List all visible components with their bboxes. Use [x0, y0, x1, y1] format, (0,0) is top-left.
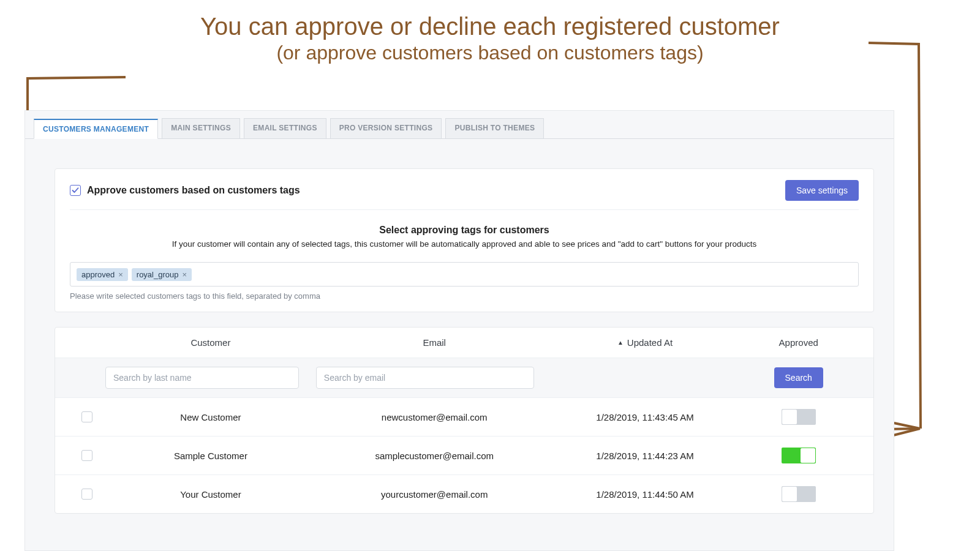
- table-filters: Search: [55, 358, 873, 398]
- tags-heading: Select approving tags for customers: [70, 225, 859, 236]
- cell-customer: Your Customer: [105, 489, 316, 500]
- tab-publish-to-themes[interactable]: PUBLISH TO THEMES: [445, 118, 544, 138]
- approve-by-tags-option[interactable]: Approve customers based on customers tag…: [70, 185, 300, 196]
- customers-table: Customer Email ▲ Updated At Approved Sea…: [55, 327, 874, 514]
- cell-email: samplecustomer@email.com: [316, 451, 553, 461]
- annotation-line1: You can approve or decline each register…: [0, 12, 980, 40]
- tags-instructions: Select approving tags for customers If y…: [70, 225, 859, 249]
- table-row: Sample Customersamplecustomer@email.com1…: [55, 437, 873, 475]
- approved-toggle[interactable]: [782, 486, 816, 502]
- tags-hint: Please write selected customers tags to …: [70, 291, 859, 301]
- tag-remove-icon[interactable]: ×: [118, 270, 123, 279]
- approved-toggle[interactable]: [782, 448, 816, 463]
- save-settings-button[interactable]: Save settings: [785, 180, 859, 201]
- col-approved[interactable]: Approved: [737, 337, 860, 348]
- tag-label: royal_group: [137, 270, 179, 279]
- search-button[interactable]: Search: [774, 367, 823, 388]
- cell-updated: 1/28/2019, 11:43:45 AM: [553, 412, 737, 422]
- row-checkbox[interactable]: [81, 411, 92, 422]
- cell-email: yourcustomer@email.com: [316, 489, 553, 500]
- tab-email-settings[interactable]: EMAIL SETTINGS: [244, 118, 326, 138]
- tab-bar: CUSTOMERS MANAGEMENTMAIN SETTINGSEMAIL S…: [25, 111, 894, 139]
- tab-pro-version-settings[interactable]: PRO VERSION SETTINGS: [330, 118, 442, 138]
- tag-chip[interactable]: approved×: [77, 268, 128, 281]
- tab-main-settings[interactable]: MAIN SETTINGS: [162, 118, 240, 138]
- table-row: New Customernewcustomer@email.com1/28/20…: [55, 398, 873, 437]
- filter-name-input[interactable]: [105, 367, 299, 389]
- row-checkbox[interactable]: [81, 450, 92, 461]
- tag-chip[interactable]: royal_group×: [132, 268, 192, 281]
- tab-customers-management[interactable]: CUSTOMERS MANAGEMENT: [34, 119, 158, 139]
- table-header: Customer Email ▲ Updated At Approved: [55, 328, 873, 358]
- col-email[interactable]: Email: [316, 337, 553, 348]
- admin-panel: CUSTOMERS MANAGEMENTMAIN SETTINGSEMAIL S…: [24, 110, 894, 551]
- checkbox-checked-icon[interactable]: [70, 185, 81, 196]
- tags-input[interactable]: approved×royal_group×: [70, 262, 859, 287]
- annotation-callout: You can approve or decline each register…: [0, 12, 980, 64]
- row-checkbox[interactable]: [81, 489, 92, 500]
- cell-updated: 1/28/2019, 11:44:50 AM: [553, 489, 737, 500]
- table-row: Your Customeryourcustomer@email.com1/28/…: [55, 475, 873, 513]
- settings-header-row: Approve customers based on customers tag…: [70, 180, 859, 210]
- col-updated-at[interactable]: ▲ Updated At: [553, 337, 737, 348]
- cell-email: newcustomer@email.com: [316, 412, 553, 422]
- cell-updated: 1/28/2019, 11:44:23 AM: [553, 451, 737, 461]
- cell-customer: New Customer: [105, 412, 316, 422]
- tag-remove-icon[interactable]: ×: [182, 270, 187, 279]
- tag-label: approved: [81, 270, 115, 279]
- sort-asc-icon: ▲: [617, 339, 624, 346]
- tags-description: If your customer will contain any of sel…: [70, 239, 859, 249]
- col-customer[interactable]: Customer: [105, 337, 316, 348]
- approved-toggle[interactable]: [782, 409, 816, 425]
- settings-card: Approve customers based on customers tag…: [55, 168, 874, 312]
- annotation-line2: (or approve customers based on customers…: [0, 42, 980, 64]
- approve-by-tags-label: Approve customers based on customers tag…: [87, 185, 300, 196]
- filter-email-input[interactable]: [316, 367, 534, 389]
- cell-customer: Sample Customer: [105, 451, 316, 461]
